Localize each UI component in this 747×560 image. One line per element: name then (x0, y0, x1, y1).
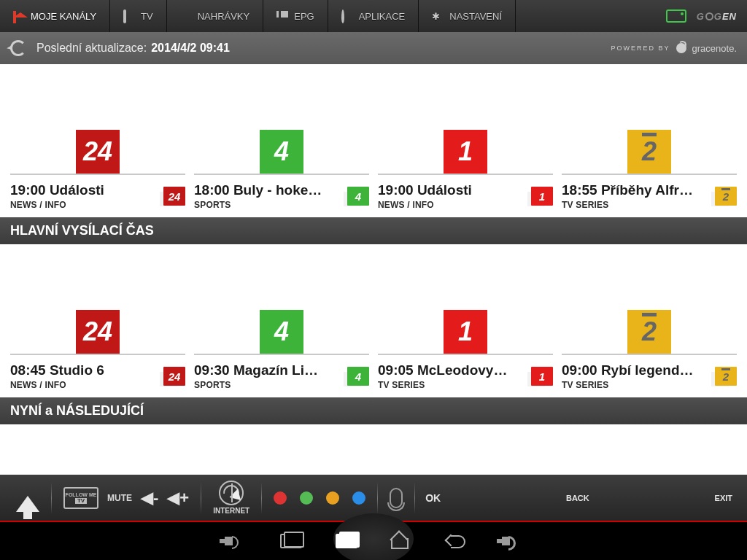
home-icon (13, 11, 25, 21)
channel-mini-icon: 24 (163, 187, 185, 206)
apps-icon (341, 11, 353, 21)
volume-down-nav[interactable] (225, 531, 245, 551)
yellow-button[interactable] (326, 491, 339, 505)
speaker-icon (225, 537, 233, 545)
channel-cell[interactable]: 24 (10, 73, 185, 175)
section-header-now-next: NYNÍ a NÁSLEDUJÍCÍ (0, 397, 747, 424)
volume-down-button[interactable]: ◀- (141, 489, 158, 508)
channel-row: 24 4 1 2 (0, 244, 747, 355)
back-button[interactable]: BACK (559, 494, 597, 502)
channel-logo: 1 (444, 310, 487, 354)
follow-me-icon: FOLLOW METV (63, 487, 98, 509)
brand-area: GGEN (656, 0, 747, 32)
channel-mini-icon: 1 (531, 367, 553, 386)
powered-by: POWERED BY gracenote. (611, 43, 737, 54)
channel-cell[interactable]: 2 (562, 73, 737, 175)
mute-button[interactable]: MUTE (107, 493, 132, 503)
channel-cell[interactable]: 4 (194, 73, 369, 175)
globe-icon (219, 481, 244, 505)
channel-cell[interactable]: 4 (194, 253, 369, 355)
android-navbar (0, 522, 747, 560)
program-item[interactable]: 09:30 Magazín Li…SPORTS4 (194, 358, 369, 392)
nav-recordings[interactable]: NAHRÁVKY (167, 0, 264, 32)
channel-row: 24 4 1 2 (0, 64, 747, 175)
nav-my-channels[interactable]: MOJE KANÁLY (0, 0, 110, 32)
nav-label: MOJE KANÁLY (31, 11, 96, 22)
gracenote-icon (676, 43, 686, 53)
blue-button[interactable] (352, 491, 365, 505)
recents-icon (280, 534, 302, 548)
recents-icon (336, 534, 357, 548)
content-area: 24 4 1 2 19:00 UdálostiNEWS / INFO24 18:… (0, 64, 747, 475)
channel-mini-icon: 4 (347, 367, 369, 386)
channel-mini-icon: 4 (347, 187, 369, 206)
channel-logo: 4 (260, 130, 303, 174)
tv-icon (123, 11, 135, 21)
list-icon (276, 11, 288, 21)
red-button[interactable] (274, 491, 287, 505)
recents-nav[interactable] (280, 531, 301, 551)
program-item[interactable]: 09:00 Rybí legend…TV SERIES2 (562, 358, 737, 392)
color-buttons (265, 491, 374, 505)
connection-icon (666, 9, 686, 23)
volume-up-nav[interactable] (502, 531, 522, 551)
brand-logo: GGEN (697, 11, 737, 22)
channel-mini-icon: 2 (715, 367, 737, 386)
back-icon (446, 533, 465, 549)
channel-logo: 24 (76, 130, 120, 174)
nav-label: TV (141, 11, 153, 22)
last-update-timestamp: 2014/4/2 09:41 (151, 42, 230, 55)
gear-icon: ✱ (432, 11, 444, 21)
program-item[interactable]: 18:00 Buly - hoke…SPORTS4 (194, 178, 369, 211)
section-header-primetime: HLAVNÍ VYSÍLACÍ ČAS (0, 217, 747, 244)
program-item[interactable]: 08:45 Studio 6NEWS / INFO24 (10, 358, 185, 392)
channel-mini-icon: 2 (715, 187, 737, 206)
exit-button[interactable]: EXIT (708, 494, 740, 502)
channel-mini-icon: 24 (163, 367, 185, 386)
channel-logo: 4 (260, 310, 303, 354)
speaker-icon (502, 537, 510, 545)
volume-up-button[interactable]: ◀+ (167, 489, 189, 508)
follow-me-tv-button[interactable]: FOLLOW METV (63, 487, 98, 509)
volume-down-icon: ◀- (141, 489, 158, 508)
arrow-up-icon (16, 484, 39, 512)
nav-label: APLIKACE (359, 11, 406, 22)
top-nav: MOJE KANÁLY TV NAHRÁVKY EPG APLIKACE ✱ N… (0, 0, 747, 32)
channel-mini-icon: 1 (531, 187, 553, 206)
internet-button[interactable]: INTERNET (213, 481, 249, 515)
channel-logo: 2 (627, 130, 671, 174)
channel-cell[interactable]: 1 (378, 253, 553, 355)
nav-settings[interactable]: ✱ NASTAVENÍ (419, 0, 516, 32)
recents-active-nav[interactable] (336, 531, 356, 551)
channel-logo: 1 (444, 130, 487, 174)
last-update-label: Poslední aktualizace: (36, 42, 147, 55)
program-row: 08:45 Studio 6NEWS / INFO24 09:30 Magazí… (0, 355, 747, 397)
channel-cell[interactable]: 2 (562, 253, 737, 355)
home-icon (391, 533, 409, 549)
ok-button[interactable]: OK (418, 492, 448, 504)
green-button[interactable] (300, 491, 313, 505)
program-row: 19:00 UdálostiNEWS / INFO24 18:00 Buly -… (0, 175, 747, 217)
refresh-icon[interactable] (10, 40, 26, 56)
program-item[interactable]: 18:55 Příběhy Alfr…TV SERIES2 (562, 178, 737, 211)
program-item[interactable]: 09:05 McLeodovy…TV SERIES1 (378, 358, 553, 392)
nav-label: EPG (294, 11, 314, 22)
channel-cell[interactable]: 1 (378, 73, 553, 175)
mic-button[interactable] (390, 488, 403, 508)
mic-icon (390, 488, 403, 508)
home-nav[interactable] (391, 531, 411, 551)
channel-logo: 24 (76, 310, 120, 354)
record-icon (180, 11, 192, 21)
nav-epg[interactable]: EPG (263, 0, 328, 32)
volume-up-icon: ◀+ (167, 489, 189, 508)
channel-cell[interactable]: 24 (10, 253, 185, 355)
arrow-up-button[interactable] (16, 484, 39, 512)
back-nav[interactable] (446, 531, 467, 551)
channel-logo: 2 (627, 310, 671, 354)
nav-label: NAHRÁVKY (198, 11, 250, 22)
program-item[interactable]: 19:00 UdálostiNEWS / INFO1 (378, 178, 553, 211)
nav-tv[interactable]: TV (110, 0, 167, 32)
nav-label: NASTAVENÍ (449, 11, 502, 22)
nav-apps[interactable]: APLIKACE (328, 0, 419, 32)
program-item[interactable]: 19:00 UdálostiNEWS / INFO24 (10, 178, 185, 211)
